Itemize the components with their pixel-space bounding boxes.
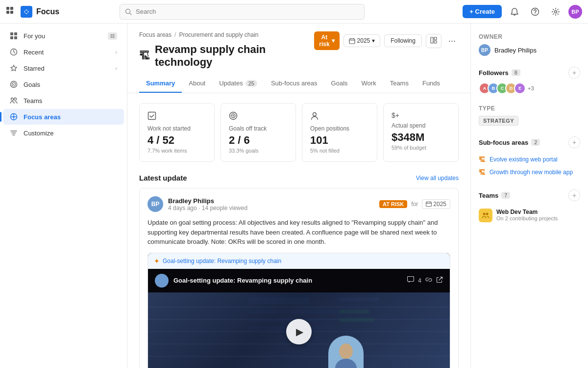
sub-focus-section: Sub-focus areas 2 + 🏗 Evolve existing we… bbox=[479, 136, 580, 179]
tab-teams[interactable]: Teams bbox=[383, 75, 416, 93]
svg-rect-44 bbox=[339, 310, 369, 314]
svg-point-18 bbox=[13, 84, 14, 85]
split-view-button[interactable] bbox=[426, 34, 441, 48]
type-label: Type bbox=[479, 105, 580, 112]
sidebar-item-starred[interactable]: Starred › bbox=[3, 60, 124, 76]
sidebar-item-label: Customize bbox=[24, 130, 117, 137]
notifications-button[interactable] bbox=[507, 4, 522, 20]
teams-header: Teams 7 + bbox=[479, 189, 580, 201]
stat-value: 4 / 52 bbox=[147, 134, 206, 147]
year-button[interactable]: 2025 ▾ bbox=[343, 34, 381, 47]
tab-goals[interactable]: Goals bbox=[324, 75, 355, 93]
svg-point-51 bbox=[486, 213, 489, 215]
tab-summary[interactable]: Summary bbox=[139, 75, 182, 93]
updates-badge: 25 bbox=[245, 80, 257, 87]
video-card: ✦ Goal-setting update: Revamping supply … bbox=[147, 253, 450, 368]
sub-focus-title: Sub-focus areas bbox=[479, 139, 528, 146]
split-icon bbox=[430, 37, 437, 44]
view-all-updates-link[interactable]: View all updates bbox=[416, 175, 459, 182]
teams-title: Teams bbox=[479, 192, 498, 199]
sidebar-item-teams[interactable]: Teams bbox=[3, 93, 124, 108]
sub-focus-item-1[interactable]: 🏗 Evolve existing web portal bbox=[479, 153, 580, 166]
video-body: ▶ bbox=[148, 292, 450, 368]
video-link[interactable]: Goal-setting update: Revamping supply ch… bbox=[163, 258, 281, 264]
logo-icon bbox=[21, 6, 32, 18]
svg-point-20 bbox=[14, 98, 17, 101]
sidebar-item-label: For you bbox=[24, 32, 103, 40]
svg-rect-27 bbox=[148, 112, 156, 120]
svg-rect-0 bbox=[6, 7, 9, 10]
tab-about[interactable]: About bbox=[182, 75, 212, 93]
teams-section: Teams 7 + Web Dev Team On 2 contributing… bbox=[479, 189, 580, 225]
followers-count: 8 bbox=[512, 69, 520, 76]
breadcrumb-parent[interactable]: Focus areas bbox=[139, 31, 172, 38]
stat-sub: 7.7% work items bbox=[147, 148, 206, 154]
sub-focus-label-2: Growth through new mobile app bbox=[490, 169, 573, 176]
tab-funds[interactable]: Funds bbox=[416, 75, 447, 93]
more-button[interactable]: ··· bbox=[445, 35, 459, 47]
search-input[interactable] bbox=[136, 8, 359, 15]
person-icon bbox=[310, 111, 369, 122]
presenter-avatar bbox=[328, 336, 364, 368]
author-name: Bradley Philips bbox=[168, 197, 247, 205]
sidebar-item-label: Recent bbox=[24, 49, 110, 56]
customize-icon bbox=[10, 129, 19, 137]
update-timestamp: 4 days ago · 14 people viewed bbox=[168, 205, 247, 211]
svg-point-31 bbox=[313, 113, 317, 116]
add-team-button[interactable]: + bbox=[568, 189, 580, 201]
followers-more: +3 bbox=[528, 85, 534, 91]
chevron-down-icon: ▾ bbox=[332, 37, 335, 44]
tab-sub-focus-areas[interactable]: Sub-focus areas bbox=[264, 75, 324, 93]
stat-label: Work not started bbox=[147, 125, 206, 132]
search-bar[interactable] bbox=[120, 4, 365, 20]
stat-card-actual-spend: $+ Actual spend $348M 59% of budget bbox=[383, 103, 459, 162]
add-follower-button[interactable]: + bbox=[568, 67, 580, 79]
search-icon bbox=[125, 8, 132, 15]
stat-cards: Work not started 4 / 52 7.7% work items … bbox=[139, 103, 459, 162]
content-header: Focus areas / Procurement and supply cha… bbox=[127, 24, 470, 75]
sidebar-item-focus-areas[interactable]: Focus areas bbox=[3, 109, 124, 125]
stat-label: Actual spend bbox=[392, 122, 450, 129]
tab-updates[interactable]: Updates 25 bbox=[212, 75, 264, 93]
sidebar-item-recent[interactable]: Recent › bbox=[3, 44, 124, 60]
sidebar-item-for-you[interactable]: For you ⊟ bbox=[3, 28, 124, 44]
chevron-icon: › bbox=[115, 49, 117, 55]
sidebar-item-customize[interactable]: Customize bbox=[3, 125, 124, 141]
type-badge: STRATEGY bbox=[479, 116, 518, 126]
for-you-icon bbox=[10, 31, 19, 40]
following-button[interactable]: Following bbox=[384, 34, 422, 47]
user-avatar[interactable]: BP bbox=[568, 5, 582, 19]
comment-count: 4 bbox=[418, 277, 421, 284]
sidebar-item-goals[interactable]: Goals bbox=[3, 77, 124, 92]
help-button[interactable] bbox=[527, 4, 543, 20]
comment-icon bbox=[407, 276, 414, 285]
play-button[interactable]: ▶ bbox=[286, 319, 312, 344]
year-chevron-icon: ▾ bbox=[372, 37, 375, 44]
sub-focus-item-2[interactable]: 🏗 Growth through new mobile app bbox=[479, 166, 580, 179]
stat-value: $348M bbox=[392, 131, 450, 144]
svg-rect-32 bbox=[426, 202, 432, 207]
calendar-icon bbox=[349, 38, 355, 44]
breadcrumb-child: Procurement and supply chain bbox=[179, 31, 258, 38]
stat-label: Open positions bbox=[310, 125, 369, 132]
goals-off-icon bbox=[229, 111, 288, 122]
create-button[interactable]: + Create bbox=[463, 5, 502, 18]
at-risk-button[interactable]: At risk ▾ bbox=[314, 31, 339, 50]
sub-focus-label-1: Evolve existing web portal bbox=[490, 156, 558, 163]
svg-point-9 bbox=[535, 13, 535, 14]
update-year-tag: 2025 bbox=[422, 199, 450, 209]
add-sub-focus-button[interactable]: + bbox=[568, 136, 580, 148]
update-for-label: for bbox=[411, 201, 418, 208]
spend-icon: $+ bbox=[392, 111, 450, 119]
page-title-icon: 🏗 bbox=[139, 50, 150, 62]
video-author-avatar bbox=[155, 274, 169, 288]
svg-rect-1 bbox=[10, 7, 13, 10]
svg-rect-2 bbox=[6, 11, 9, 14]
settings-button[interactable] bbox=[548, 4, 564, 20]
grid-icon[interactable] bbox=[6, 6, 15, 17]
recent-icon bbox=[10, 48, 19, 56]
latest-update-header: Latest update View all updates bbox=[139, 174, 459, 182]
settings-icon bbox=[551, 7, 560, 16]
tab-work[interactable]: Work bbox=[355, 75, 383, 93]
svg-rect-43 bbox=[339, 297, 379, 301]
